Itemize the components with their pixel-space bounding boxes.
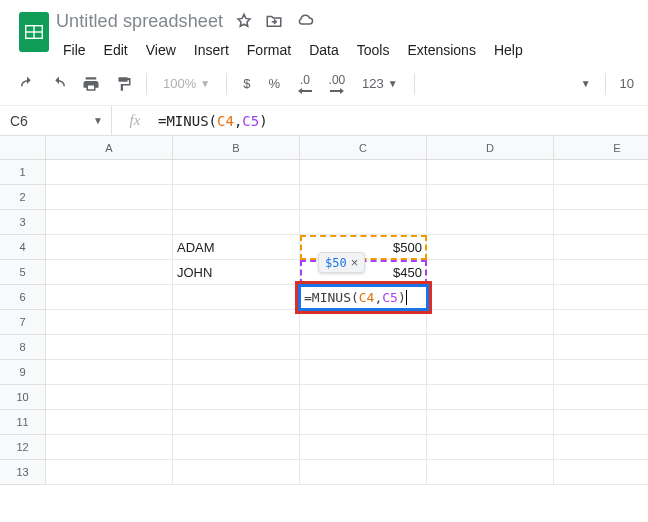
sheets-icon [25, 25, 43, 39]
menu-format[interactable]: Format [240, 38, 298, 62]
col-header[interactable]: A [46, 136, 173, 160]
star-icon[interactable] [235, 12, 253, 30]
toolbar: 100%▼ $ % .0 .00 123▼ ▼ 10 [0, 62, 648, 106]
currency-button[interactable]: $ [237, 76, 256, 91]
percent-button[interactable]: % [262, 76, 286, 91]
menu-help[interactable]: Help [487, 38, 530, 62]
undo-button[interactable] [14, 71, 40, 97]
print-button[interactable] [78, 71, 104, 97]
col-header[interactable]: D [427, 136, 554, 160]
paint-format-button[interactable] [110, 71, 136, 97]
row-header[interactable]: 9 [0, 360, 46, 385]
select-all-corner[interactable] [0, 136, 46, 160]
col-header[interactable]: B [173, 136, 300, 160]
number-format-dropdown[interactable]: 123▼ [356, 76, 404, 91]
menu-data[interactable]: Data [302, 38, 346, 62]
formula-result-hint: $50 × [318, 252, 365, 273]
move-icon[interactable] [265, 12, 283, 30]
menu-edit[interactable]: Edit [97, 38, 135, 62]
redo-button[interactable] [46, 71, 72, 97]
menu-view[interactable]: View [139, 38, 183, 62]
cells-area: ADAM$500 JOHN$450 [46, 160, 648, 485]
col-header[interactable]: E [554, 136, 648, 160]
cloud-status-icon[interactable] [295, 12, 315, 30]
col-header[interactable]: C [300, 136, 427, 160]
doc-title[interactable]: Untitled spreadsheet [56, 11, 223, 32]
menu-bar: File Edit View Insert Format Data Tools … [56, 34, 636, 62]
app-logo[interactable] [12, 8, 56, 62]
header: Untitled spreadsheet File Edit View Inse… [0, 0, 648, 62]
row-header[interactable]: 1 [0, 160, 46, 185]
font-size-input[interactable]: 10 [620, 76, 634, 91]
menu-insert[interactable]: Insert [187, 38, 236, 62]
menu-extensions[interactable]: Extensions [400, 38, 482, 62]
row-header[interactable]: 11 [0, 410, 46, 435]
font-dropdown[interactable]: ▼ [581, 78, 591, 89]
fx-icon: fx [112, 112, 158, 129]
formula-bar: C6 ▼ fx =MINUS(C4,C5) [0, 106, 648, 136]
row-header[interactable]: 4 [0, 235, 46, 260]
cell[interactable]: JOHN [173, 260, 300, 285]
menu-file[interactable]: File [56, 38, 93, 62]
row-header[interactable]: 8 [0, 335, 46, 360]
cell[interactable]: ADAM [173, 235, 300, 260]
formula-input[interactable]: =MINUS(C4,C5) [158, 113, 268, 129]
close-icon[interactable]: × [351, 255, 359, 270]
menu-tools[interactable]: Tools [350, 38, 397, 62]
row-header[interactable]: 6 [0, 285, 46, 310]
row-header[interactable]: 12 [0, 435, 46, 460]
column-headers: A B C D E [46, 136, 648, 160]
zoom-dropdown[interactable]: 100%▼ [157, 76, 216, 91]
row-header[interactable]: 10 [0, 385, 46, 410]
row-header[interactable]: 5 [0, 260, 46, 285]
row-header[interactable]: 2 [0, 185, 46, 210]
name-box[interactable]: C6 ▼ [0, 106, 112, 135]
hint-value: $50 [325, 256, 347, 270]
row-header[interactable]: 7 [0, 310, 46, 335]
active-edit-cell[interactable]: =MINUS(C4,C5) [298, 284, 429, 311]
decrease-decimal-button[interactable]: .0 [292, 71, 318, 97]
row-header[interactable]: 13 [0, 460, 46, 485]
increase-decimal-button[interactable]: .00 [324, 71, 350, 97]
row-headers: 1 2 3 4 5 6 7 8 9 10 11 12 13 [0, 160, 46, 485]
row-header[interactable]: 3 [0, 210, 46, 235]
